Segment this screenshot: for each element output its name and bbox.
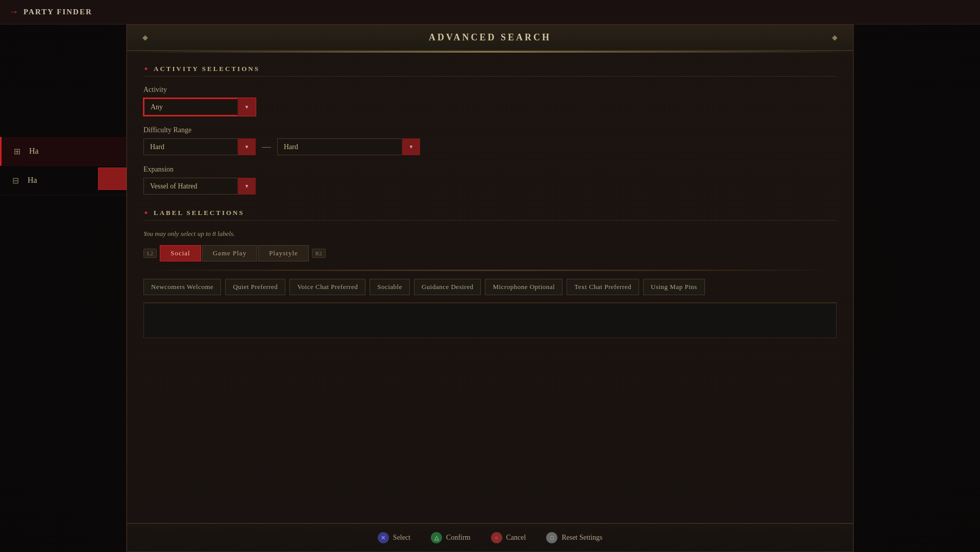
tab-gameplay[interactable]: Game Play — [202, 245, 257, 261]
diamond-right-icon: ◆ — [832, 33, 838, 42]
tab-hint-right: R2 — [312, 249, 326, 258]
label-text-area — [143, 302, 837, 338]
party-finder-title: PARTY FINDER — [23, 8, 92, 16]
chip-newcomers-welcome[interactable]: Newcomers Welcome — [143, 279, 221, 295]
chip-using-map-pins[interactable]: Using Map Pins — [643, 279, 705, 295]
activity-label: Activity — [143, 86, 837, 94]
tab-row: L2 Social Game Play Playstyle R2 — [143, 245, 837, 261]
difficulty-range: Hard ▼ — Hard ▼ — [143, 138, 837, 155]
chip-voice-chat-preferred[interactable]: Voice Chat Preferred — [289, 279, 365, 295]
difficulty-label: Difficulty Range — [143, 126, 837, 134]
expansion-select[interactable]: Vessel of Hatred — [143, 178, 256, 195]
label-section-icon: ✦ — [143, 209, 149, 217]
modal-body: ✦ ACTIVITY SELECTIONS Activity Any ▼ Dif… — [127, 53, 853, 523]
modal-panel: ◆ ADVANCED SEARCH ◆ ✦ ACTIVITY SELECTION… — [127, 25, 853, 552]
difficulty-min-select[interactable]: Hard — [143, 138, 256, 155]
sidebar-icon-2: ⊟ — [8, 173, 22, 187]
difficulty-max-wrapper: Hard ▼ — [277, 138, 420, 155]
cancel-label: Cancel — [506, 534, 526, 542]
chip-microphone-optional[interactable]: Microphone Optional — [485, 279, 562, 295]
arrow-icon: → — [9, 7, 18, 17]
sidebar-red-bar — [98, 167, 127, 190]
diamond-left-icon: ◆ — [142, 33, 148, 42]
tab-playstyle[interactable]: Playstyle — [258, 245, 309, 261]
tab-hint-left: L2 — [143, 249, 157, 258]
activity-field-group: Activity Any ▼ — [143, 86, 837, 116]
activity-section-icon: ✦ — [143, 65, 149, 73]
difficulty-min-wrapper: Hard ▼ — [143, 138, 256, 155]
difficulty-field-group: Difficulty Range Hard ▼ — Hard — [143, 126, 837, 155]
cancel-icon: ○ — [491, 532, 502, 543]
label-section-header: ✦ LABEL SELECTIONS — [143, 209, 837, 221]
sidebar-label-1: Ha — [29, 147, 39, 156]
sidebar-icon-1: ⊞ — [10, 144, 24, 158]
chip-text-chat-preferred[interactable]: Text Chat Preferred — [567, 279, 639, 295]
expansion-dropdown-wrapper: Vessel of Hatred ▼ — [143, 178, 256, 195]
chip-sociable[interactable]: Sociable — [370, 279, 410, 295]
expansion-field-group: Expansion Vessel of Hatred ▼ — [143, 165, 837, 195]
sidebar-item-1[interactable]: ⊞ Ha — [0, 137, 126, 166]
range-dash: — — [262, 141, 271, 152]
select-icon: ✕ — [378, 532, 389, 543]
confirm-button[interactable]: △ Confirm — [431, 532, 470, 543]
difficulty-max-select[interactable]: Hard — [277, 138, 420, 155]
ornate-divider — [143, 270, 837, 271]
confirm-icon: △ — [431, 532, 442, 543]
label-section: ✦ LABEL SELECTIONS You may only select u… — [143, 209, 837, 338]
activity-section-title: ACTIVITY SELECTIONS — [154, 65, 260, 73]
select-label: Select — [393, 534, 410, 542]
select-button[interactable]: ✕ Select — [378, 532, 410, 543]
activity-select[interactable]: Any — [143, 98, 256, 116]
sidebar-left: ⊞ Ha ⊟ Ha — [0, 25, 127, 552]
modal-header: ◆ ADVANCED SEARCH ◆ — [127, 25, 853, 51]
reset-button[interactable]: □ Reset Settings — [546, 532, 602, 543]
label-info-text: You may only select up to 8 labels. — [143, 230, 837, 238]
sidebar-right — [853, 25, 980, 552]
modal-title: ADVANCED SEARCH — [148, 32, 832, 43]
activity-section: ✦ ACTIVITY SELECTIONS Activity Any ▼ Dif… — [143, 65, 837, 195]
chip-quiet-preferred[interactable]: Quiet Preferred — [225, 279, 285, 295]
tab-social[interactable]: Social — [160, 245, 201, 261]
chip-guidance-desired[interactable]: Guidance Desired — [414, 279, 481, 295]
top-bar: → PARTY FINDER — [0, 0, 980, 25]
activity-dropdown-wrapper: Any ▼ — [143, 98, 256, 116]
cancel-button[interactable]: ○ Cancel — [491, 532, 526, 543]
activity-section-header: ✦ ACTIVITY SELECTIONS — [143, 65, 837, 77]
expansion-label: Expansion — [143, 165, 837, 174]
reset-label: Reset Settings — [561, 534, 602, 542]
sidebar-label-2: Ha — [28, 176, 37, 185]
modal-footer: ✕ Select △ Confirm ○ Cancel □ Reset Sett… — [127, 523, 853, 551]
label-section-title: LABEL SELECTIONS — [154, 209, 244, 217]
label-chips: Newcomers Welcome Quiet Preferred Voice … — [143, 279, 837, 295]
confirm-label: Confirm — [446, 534, 470, 542]
reset-icon: □ — [546, 532, 557, 543]
